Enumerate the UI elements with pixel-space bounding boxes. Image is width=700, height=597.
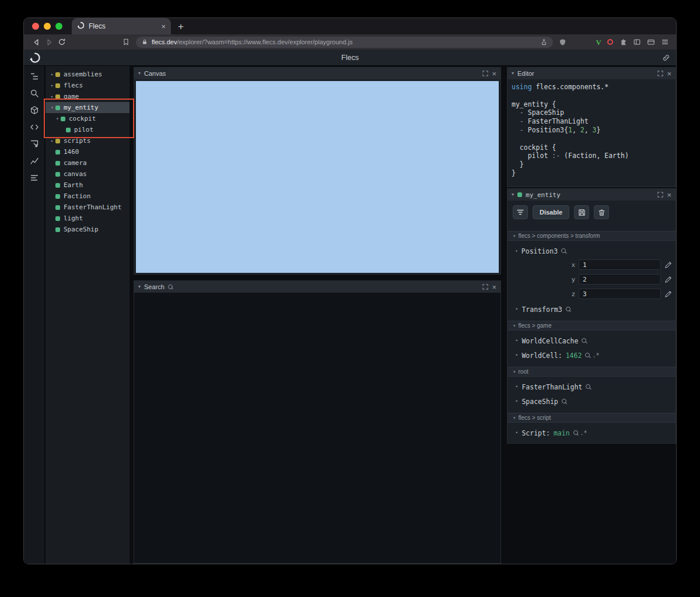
edit-icon[interactable]	[664, 276, 672, 283]
search-icon[interactable]	[573, 430, 579, 436]
chevron-right-icon[interactable]: ▸	[49, 72, 55, 77]
component-row[interactable]: •Script:main.*	[508, 429, 676, 437]
tree-item-Earth[interactable]: Earth	[46, 180, 130, 191]
tree-item-SpaceShip[interactable]: SpaceShip	[46, 224, 130, 235]
link-icon[interactable]	[662, 54, 670, 62]
field-input[interactable]: 3	[579, 289, 661, 299]
component-row[interactable]: •WorldCell:1462.*	[508, 351, 676, 360]
entities-tool-icon[interactable]	[29, 71, 40, 82]
field-input[interactable]: 1	[579, 259, 661, 270]
code-tool-icon[interactable]	[29, 122, 40, 132]
component-section-header[interactable]: ▾flecs > components > transform	[508, 231, 676, 241]
share-icon[interactable]	[540, 38, 548, 46]
close-icon[interactable]: ×	[492, 283, 496, 291]
tab-close-icon[interactable]: ×	[161, 23, 166, 30]
tree-item-label: my_entity	[64, 104, 99, 111]
new-tab-button[interactable]: +	[178, 22, 184, 31]
minimize-window-button[interactable]	[44, 23, 51, 30]
cube-tool-icon[interactable]	[29, 105, 40, 115]
component-row[interactable]: •WorldCellCache	[508, 336, 676, 345]
tree-item-light[interactable]: light	[46, 213, 130, 224]
tree-item-FasterThanLight[interactable]: FasterThanLight	[46, 202, 130, 213]
tree-item-game[interactable]: ▸game	[46, 91, 130, 102]
close-icon[interactable]: ×	[667, 70, 671, 78]
field-label: y	[571, 276, 575, 283]
reload-button[interactable]	[55, 36, 68, 48]
component-section-header[interactable]: ▾root	[508, 367, 676, 377]
search-icon[interactable]	[561, 248, 566, 254]
canvas-viewport[interactable]	[136, 81, 499, 273]
component-section-header[interactable]: ▾flecs > script	[508, 413, 676, 423]
search-icon[interactable]	[585, 353, 590, 358]
component-row[interactable]: •SpaceShip	[508, 397, 676, 406]
editor-panel-header[interactable]: ▾ Editor ×	[508, 68, 676, 79]
close-window-button[interactable]	[32, 23, 39, 30]
bookmark-icon[interactable]	[120, 36, 132, 48]
wallet-icon[interactable]	[647, 38, 655, 46]
sidebar-toggle-icon[interactable]	[633, 38, 641, 46]
canvas-panel-header[interactable]: ▾ Canvas ×	[134, 68, 501, 79]
search-icon[interactable]	[582, 338, 587, 343]
chevron-down-icon[interactable]: ▾	[515, 249, 518, 254]
filter-button[interactable]	[513, 205, 528, 219]
delete-button[interactable]	[594, 205, 609, 219]
search-tool-icon[interactable]	[29, 88, 40, 99]
expand-icon[interactable]	[482, 284, 488, 290]
extensions-puzzle-icon[interactable]	[619, 38, 627, 46]
zoom-window-button[interactable]	[55, 23, 62, 30]
chevron-right-icon[interactable]: ▸	[49, 94, 55, 99]
edit-icon[interactable]	[664, 261, 672, 269]
tree-item-cockpit[interactable]: ▾cockpit	[46, 113, 130, 124]
chevron-down-icon[interactable]: ▾	[138, 71, 141, 76]
inspect-tool-icon[interactable]	[29, 139, 40, 149]
save-button[interactable]	[574, 205, 589, 219]
chevron-right-icon[interactable]: ▸	[49, 83, 55, 88]
close-icon[interactable]: ×	[492, 70, 496, 78]
search-icon[interactable]	[586, 384, 591, 389]
chevron-down-icon[interactable]: ▾	[512, 71, 514, 76]
component-row[interactable]: •FasterThanLight	[508, 382, 676, 391]
search-icon[interactable]	[566, 307, 571, 312]
close-icon[interactable]: ×	[667, 191, 671, 199]
edit-icon[interactable]	[664, 290, 672, 298]
forward-button[interactable]	[43, 36, 55, 48]
search-icon[interactable]	[562, 399, 567, 404]
expand-icon[interactable]	[482, 71, 488, 76]
tree-item-assemblies[interactable]: ▸assemblies	[46, 69, 130, 80]
disable-button[interactable]: Disable	[533, 205, 569, 219]
field-input[interactable]: 2	[579, 274, 661, 285]
component-row[interactable]: ▾Position3	[508, 247, 676, 255]
search-results-area[interactable]	[134, 293, 501, 563]
tree-item-pilot[interactable]: pilot	[46, 124, 130, 135]
search-panel-header[interactable]: ▾ Search ×	[134, 281, 501, 293]
component-section-header[interactable]: ▾flecs > game	[508, 321, 676, 331]
tree-item-Faction[interactable]: Faction	[46, 191, 130, 202]
tree-item-canvas[interactable]: canvas	[46, 168, 130, 180]
back-button[interactable]	[30, 36, 43, 48]
menu-icon[interactable]	[661, 38, 669, 46]
tree-item-1460[interactable]: 1460	[46, 146, 130, 157]
chevron-down-icon[interactable]: ▾	[49, 105, 55, 110]
shield-icon[interactable]	[556, 36, 569, 48]
tree-item-scripts[interactable]: ▸scripts	[46, 135, 130, 146]
chevron-down-icon[interactable]: ▾	[138, 285, 141, 289]
inspector-panel-header[interactable]: ▾ my_entity ×	[508, 189, 676, 201]
expand-icon[interactable]	[657, 192, 663, 198]
component-row[interactable]: •Transform3	[508, 305, 676, 314]
tree-item-my_entity[interactable]: ▾my_entity	[46, 102, 130, 113]
code-token: }	[512, 169, 516, 177]
chevron-down-icon[interactable]: ▾	[54, 116, 61, 121]
flecs-logo-icon[interactable]	[29, 52, 41, 64]
address-bar[interactable]: flecs.dev/explorer/?wasm=https://www.fle…	[136, 37, 553, 48]
record-extension-icon[interactable]	[607, 39, 613, 45]
tree-item-camera[interactable]: camera	[46, 157, 130, 168]
chart-tool-icon[interactable]	[29, 156, 40, 166]
browser-tab[interactable]: Flecs ×	[72, 18, 171, 34]
v-extension-icon[interactable]: V	[596, 38, 601, 46]
chevron-down-icon[interactable]: ▾	[512, 192, 514, 197]
stats-tool-icon[interactable]	[29, 173, 40, 183]
chevron-right-icon[interactable]: ▸	[49, 138, 55, 143]
expand-icon[interactable]	[657, 71, 663, 76]
editor-code[interactable]: using flecs.components.* my_entity { - S…	[508, 79, 676, 181]
tree-item-flecs[interactable]: ▸flecs	[46, 80, 130, 91]
